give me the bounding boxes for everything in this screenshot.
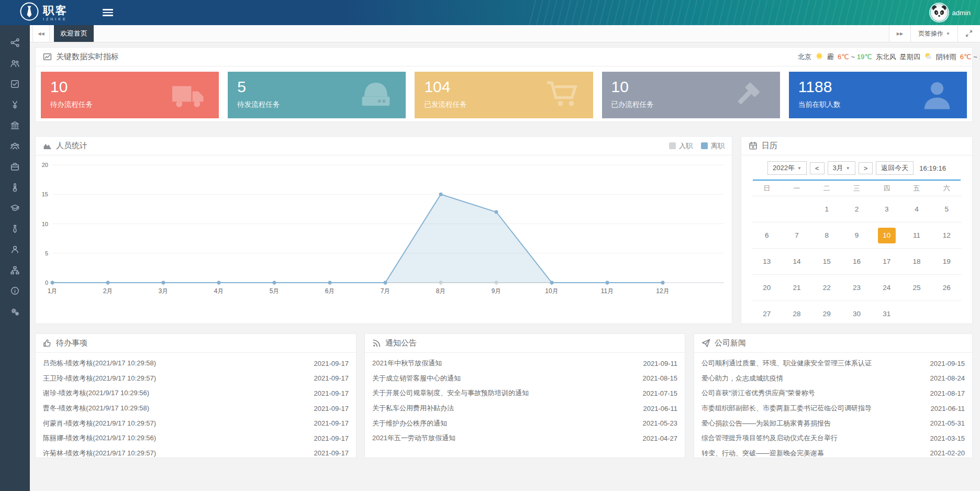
tabs-scroll-left-icon[interactable]: ◀◀ (32, 25, 50, 42)
item-title[interactable]: 爱心捐款公告——为装卸工杨家青募捐报告 (701, 419, 930, 428)
task-check-icon[interactable] (0, 74, 30, 95)
user-icon[interactable] (0, 239, 30, 260)
item-date: 2021-05-31 (930, 419, 965, 427)
org-tree-icon[interactable] (0, 260, 30, 281)
calendar-day[interactable]: 28 (782, 301, 811, 327)
calendar-day[interactable]: 8 (812, 222, 842, 248)
weather-cond2: 阴转雨 (936, 52, 956, 62)
calendar-week-row: 20212223242526 (752, 275, 962, 301)
calendar-day[interactable]: 15 (812, 249, 842, 274)
item-title[interactable]: 许菊林-绩效考核(2021/9/17 10:29:57) (43, 449, 314, 458)
users-icon[interactable] (0, 53, 30, 74)
calendar-day[interactable]: 11 (901, 222, 931, 248)
calendar-day[interactable]: 24 (872, 275, 901, 300)
stat-card[interactable]: 10已办流程任务 (602, 72, 780, 118)
line-chart-icon (43, 52, 52, 61)
stat-card[interactable]: 5待发流程任务 (228, 72, 406, 118)
menu-toggle-icon[interactable] (103, 7, 113, 18)
calendar-day[interactable]: 31 (872, 301, 901, 327)
calendar-day[interactable]: 3 (872, 196, 901, 222)
app-logo[interactable]: 职客 IZHIKE (20, 2, 68, 23)
item-title[interactable]: 2021年中秋节放假通知 (372, 359, 643, 368)
team-icon[interactable] (0, 136, 30, 157)
thermometer-icon[interactable] (0, 177, 30, 198)
calendar-day[interactable]: 12 (932, 222, 962, 248)
calendar-day[interactable]: 20 (752, 275, 782, 300)
item-title[interactable]: 转变、行动、突破——迎新晚会完美谢幕 (701, 449, 930, 458)
item-title[interactable]: 关于成立销管客服中心的通知 (372, 374, 643, 383)
legend-item[interactable]: 入职 (669, 141, 693, 151)
stat-card[interactable]: 1188当前在职人数 (789, 72, 967, 118)
calendar-day[interactable]: 9 (842, 222, 872, 248)
item-title[interactable]: 关于开展公司规章制度、安全与事故预防培训的通知 (372, 388, 643, 398)
calendar-day[interactable]: 25 (901, 275, 931, 300)
fullscreen-icon[interactable] (957, 25, 980, 42)
item-title[interactable]: 曹冬-绩效考核(2021/9/17 10:29:58) (43, 404, 314, 413)
bank-icon[interactable] (0, 115, 30, 136)
item-title[interactable]: 王卫玲-绩效考核(2021/9/17 10:29:57) (43, 374, 314, 383)
tab-actions-dropdown[interactable]: 页签操作▼ (910, 25, 957, 42)
calendar-day[interactable]: 17 (872, 249, 901, 274)
item-date: 2021-09-11 (643, 360, 677, 367)
calendar-day[interactable]: 27 (752, 301, 782, 327)
tab-bar: ◀◀ 欢迎首页 ▶▶ 页签操作▼ (30, 25, 980, 42)
item-title[interactable]: 爱心助力，众志成城抗疫情 (701, 374, 930, 383)
svg-text:10月: 10月 (545, 287, 558, 295)
list-item: 关于开展公司规章制度、安全与事故预防培训的通知2021-07-15 (372, 386, 677, 401)
calendar-year-select[interactable]: 2022年▼ (767, 161, 807, 175)
calendar-day[interactable]: 26 (932, 275, 962, 300)
item-title[interactable]: 谢珍-绩效考核(2021/9/17 10:29:56) (43, 388, 314, 398)
item-date: 2021-09-17 (314, 360, 349, 367)
stat-card[interactable]: 10待办流程任务 (41, 72, 219, 118)
calendar-day[interactable]: 19 (932, 249, 962, 274)
item-title[interactable]: 关于维护办公秩序的通知 (372, 419, 643, 428)
calendar-day[interactable]: 30 (842, 301, 872, 327)
calendar-day[interactable]: 2 (842, 196, 872, 222)
calendar-today-button[interactable]: 返回今天 (876, 161, 914, 175)
calendar-day[interactable]: 23 (842, 275, 872, 300)
calendar-month-select[interactable]: 3月▼ (828, 161, 855, 175)
user-menu[interactable]: admin (930, 4, 971, 21)
calendar-day[interactable]: 22 (812, 275, 842, 300)
stat-card[interactable]: 104已发流程任务 (415, 72, 593, 118)
item-title[interactable]: 何蒙肖-绩效考核(2021/9/17 10:29:57) (43, 419, 314, 428)
item-title[interactable]: 综合管理提升项目签约及启动仪式在天台举行 (701, 433, 930, 443)
tie-icon[interactable] (0, 219, 30, 240)
calendar-day[interactable]: 5 (932, 196, 962, 222)
settings-gears-icon[interactable] (0, 302, 30, 322)
workflow-icon[interactable] (0, 32, 30, 53)
calendar-day[interactable]: 18 (901, 249, 931, 274)
item-date: 2021-09-17 (314, 389, 349, 397)
salary-yen-icon[interactable] (0, 95, 30, 116)
item-title[interactable]: 公司喜获“浙江省优秀供应商”荣誉称号 (701, 388, 930, 398)
calendar-next-button[interactable]: > (859, 162, 873, 174)
item-title[interactable]: 陈丽娜-绩效考核(2021/9/17 10:29:56) (43, 433, 314, 443)
calendar-day[interactable]: 10 (872, 222, 901, 248)
calendar-day[interactable]: 6 (752, 222, 782, 248)
calendar-day[interactable]: 14 (782, 249, 811, 274)
calendar-day[interactable]: 13 (752, 249, 782, 274)
item-title[interactable]: 市委组织部副部长、市委两新工委书记莅临公司调研指导 (701, 404, 930, 413)
svg-text:5月: 5月 (270, 287, 280, 295)
briefcase-icon[interactable] (0, 157, 30, 177)
weather-temp1-low: 6℃ (838, 53, 849, 61)
calendar-day[interactable]: 21 (782, 275, 811, 300)
calendar-prev-button[interactable]: < (810, 162, 825, 174)
tab-home[interactable]: 欢迎首页 (54, 25, 94, 42)
calendar-title: 日历 (762, 141, 777, 151)
avatar[interactable] (930, 4, 948, 21)
tabs-scroll-right-icon[interactable]: ▶▶ (889, 25, 910, 42)
item-title[interactable]: 公司顺利通过质量、环境、职业健康安全管理三体系认证 (701, 359, 930, 368)
item-title[interactable]: 2021年五一劳动节放假通知 (372, 433, 643, 443)
info-icon[interactable] (0, 281, 30, 302)
item-title[interactable]: 关于私车公用费用补贴办法 (372, 404, 643, 413)
calendar-day[interactable]: 4 (901, 196, 931, 222)
todo-panel: 待办事项 吕尧栋-绩效考核(2021/9/17 10:29:58)2021-09… (35, 333, 357, 458)
legend-item[interactable]: 离职 (701, 141, 725, 151)
item-title[interactable]: 吕尧栋-绩效考核(2021/9/17 10:29:58) (43, 359, 314, 368)
calendar-day[interactable]: 16 (842, 249, 872, 274)
graduation-cap-icon[interactable] (0, 198, 30, 219)
calendar-day[interactable]: 7 (782, 222, 811, 248)
calendar-day[interactable]: 29 (812, 301, 842, 327)
calendar-day[interactable]: 1 (812, 196, 842, 222)
